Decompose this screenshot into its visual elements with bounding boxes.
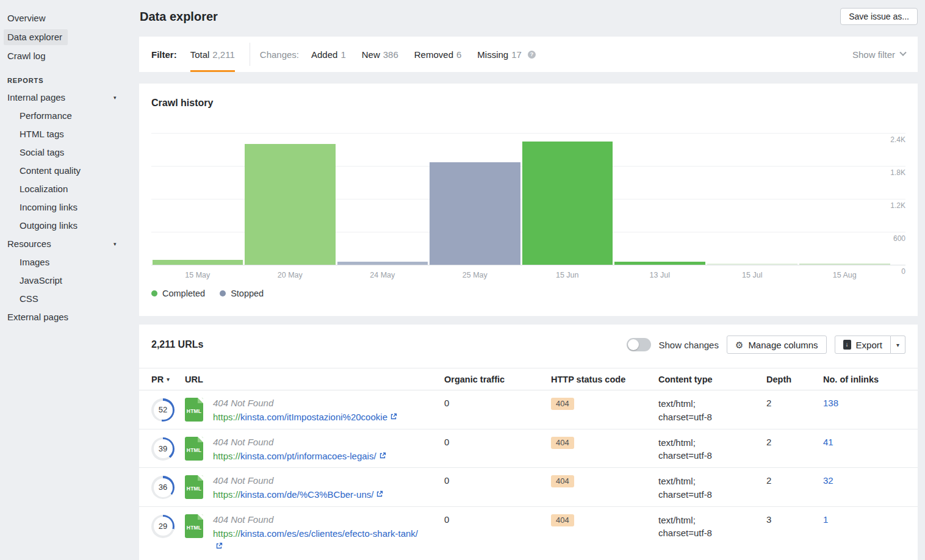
sidebar-item-performance[interactable]: Performance [0, 107, 139, 125]
x-axis-label: 15 Jun [521, 271, 614, 279]
show-changes-toggle[interactable] [627, 338, 651, 351]
organic-traffic-value: 0 [444, 436, 551, 448]
tab-added[interactable]: Added 1 [311, 49, 346, 60]
sidebar: Overview Data explorer Crawl log REPORTS… [0, 0, 139, 560]
table-row: 39 HTML 404 Not Found https://kinsta.com… [139, 429, 918, 468]
sidebar-item-javascript[interactable]: JavaScript [0, 271, 139, 290]
crawl-bar[interactable] [429, 133, 522, 265]
sidebar-item-localization[interactable]: Localization [0, 180, 139, 198]
crawl-bar[interactable] [521, 133, 614, 265]
page-rating-ring: 52 [151, 398, 175, 422]
crawl-bar[interactable] [799, 133, 891, 265]
sidebar-item-outgoing-links[interactable]: Outgoing links [0, 217, 139, 235]
sort-caret-icon: ▾ [167, 376, 170, 382]
completed-dot-icon [151, 290, 157, 296]
tab-new[interactable]: New 386 [362, 49, 398, 60]
gear-icon: ⚙ [735, 340, 743, 350]
sidebar-item-overview[interactable]: Overview [0, 9, 139, 27]
x-axis-label: 24 May [336, 271, 429, 279]
crawl-bar[interactable] [706, 133, 799, 265]
column-header-pr[interactable]: PR ▾ [151, 375, 185, 384]
x-axis-label: 15 Aug [799, 271, 891, 279]
urls-table-card: 2,211 URLs Show changes ⚙ Manage columns… [139, 325, 918, 560]
tab-removed[interactable]: Removed 6 [414, 49, 462, 60]
tab-total[interactable]: Total 2,211 [190, 37, 235, 72]
url-link[interactable]: https://kinsta.com/pt/informacoes-legais… [213, 451, 386, 461]
sidebar-item-resources[interactable]: Resources▾ [0, 235, 139, 253]
sidebar-item-css[interactable]: CSS [0, 290, 139, 308]
inlinks-link[interactable]: 138 [823, 398, 838, 408]
inlinks-link[interactable]: 32 [823, 475, 833, 486]
chevron-down-icon[interactable]: ▾ [113, 88, 117, 107]
depth-value: 2 [766, 436, 823, 448]
show-filter-button[interactable]: Show filter [852, 49, 905, 60]
pr-value: 29 [154, 517, 173, 536]
sidebar-item-html-tags[interactable]: HTML tags [0, 125, 139, 143]
external-link-icon [379, 452, 386, 459]
help-icon[interactable]: ? [528, 51, 536, 59]
crawl-history-card: Crawl history 2.4K1.8K1.2K6000 15 May20 … [139, 84, 918, 316]
sidebar-item-content-quality[interactable]: Content quality [0, 162, 139, 180]
column-header-content-type: Content type [658, 375, 766, 384]
content-type-value: text/html;charset=utf-8 [658, 436, 766, 462]
url-link[interactable]: https://kinsta.com/es/es/clientes/efecto… [213, 528, 418, 551]
y-axis-tick: 1.2K [881, 201, 905, 210]
chart-legend: Completed Stopped [151, 289, 264, 298]
page-title: Data explorer [140, 10, 218, 24]
chevron-down-icon[interactable]: ▾ [113, 235, 117, 253]
column-header-depth: Depth [766, 375, 823, 384]
chart-title: Crawl history [151, 98, 213, 109]
column-header-url: URL [185, 375, 444, 384]
external-link-icon [215, 542, 223, 550]
crawl-bar[interactable] [614, 133, 707, 265]
sidebar-item-incoming-links[interactable]: Incoming links [0, 198, 139, 217]
sidebar-item-images[interactable]: Images [0, 253, 139, 271]
external-link-icon [390, 413, 397, 420]
organic-traffic-value: 0 [444, 514, 551, 526]
table-controls: Show changes ⚙ Manage columns ↓ Export ▾ [627, 336, 905, 354]
url-link[interactable]: https://kinsta.com/de/%C3%BCber-uns/ [213, 489, 383, 500]
sidebar-item-crawl-log[interactable]: Crawl log [0, 46, 139, 65]
content-type-value: text/html;charset=utf-8 [658, 475, 766, 501]
show-changes-label: Show changes [659, 340, 719, 350]
chevron-down-icon [899, 49, 906, 56]
page-rating-ring: 36 [151, 476, 175, 499]
sidebar-item-data-explorer[interactable]: Data explorer [0, 27, 139, 46]
sidebar-item-external-pages[interactable]: External pages [0, 308, 139, 326]
html-file-icon: HTML [185, 475, 203, 499]
bars-container [151, 133, 891, 265]
x-axis-label: 25 May [429, 271, 522, 279]
status-badge: 404 [551, 437, 574, 449]
y-axis-tick: 1.8K [881, 168, 905, 177]
inlinks-link[interactable]: 41 [823, 437, 833, 447]
save-issue-as-button[interactable]: Save issue as... [840, 8, 918, 25]
page-rating-ring: 39 [151, 437, 175, 461]
status-badge: 404 [551, 398, 574, 410]
legend-item-completed[interactable]: Completed [151, 289, 205, 298]
inlinks-link[interactable]: 1 [823, 514, 828, 525]
table-row: 36 HTML 404 Not Found https://kinsta.com… [139, 468, 918, 507]
legend-item-stopped[interactable]: Stopped [220, 289, 264, 298]
page-title-text: 404 Not Found [213, 514, 425, 525]
crawl-bar[interactable] [244, 133, 337, 265]
html-file-icon: HTML [185, 514, 203, 538]
sidebar-item-internal-pages[interactable]: Internal pages▾ [0, 88, 139, 107]
export-dropdown-button[interactable]: ▾ [891, 336, 905, 354]
manage-columns-button[interactable]: ⚙ Manage columns [727, 336, 827, 354]
page-title-text: 404 Not Found [213, 475, 425, 486]
reports-heading: REPORTS [0, 77, 139, 84]
crawl-bar[interactable] [336, 133, 429, 265]
url-link[interactable]: https://kinsta.com/itImpostazioni%20cook… [213, 412, 397, 422]
organic-traffic-value: 0 [444, 397, 551, 409]
depth-value: 2 [766, 397, 823, 409]
export-button[interactable]: ↓ Export [835, 336, 891, 354]
divider [250, 43, 250, 66]
tab-missing[interactable]: Missing 17 [477, 49, 522, 60]
crawl-bar[interactable] [151, 133, 244, 265]
stopped-dot-icon [220, 290, 226, 296]
page-title-text: 404 Not Found [213, 436, 425, 448]
sidebar-item-social-tags[interactable]: Social tags [0, 143, 139, 162]
html-file-icon: HTML [185, 398, 203, 422]
table-title: 2,211 URLs [151, 339, 203, 350]
pr-value: 52 [154, 401, 173, 420]
